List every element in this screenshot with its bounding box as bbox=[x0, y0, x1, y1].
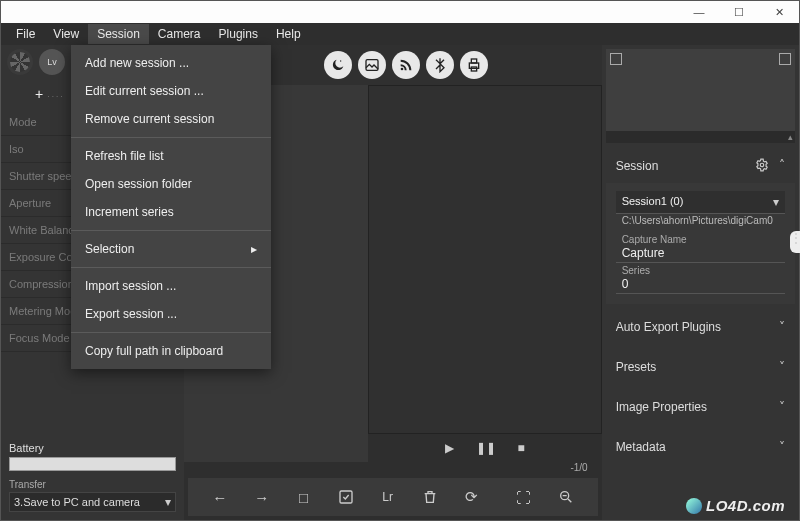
titlebar: — ☐ ✕ bbox=[1, 1, 799, 23]
stop-button[interactable]: ■ bbox=[518, 441, 525, 455]
print-icon[interactable] bbox=[460, 51, 488, 79]
play-button[interactable]: ▶ bbox=[445, 441, 454, 455]
nav-forward-button[interactable]: → bbox=[246, 483, 278, 511]
menu-camera[interactable]: Camera bbox=[149, 24, 210, 44]
preview-canvas[interactable] bbox=[368, 85, 602, 434]
menu-item-label: Refresh file list bbox=[85, 149, 164, 163]
menu-separator bbox=[71, 137, 271, 138]
menu-item-selection[interactable]: Selection▸ bbox=[71, 235, 271, 263]
transfer-select[interactable]: 3.Save to PC and camera ▾ bbox=[9, 492, 176, 512]
menu-item-label: Open session folder bbox=[85, 177, 192, 191]
window-maximize[interactable]: ☐ bbox=[719, 1, 759, 23]
svg-point-8 bbox=[760, 163, 764, 167]
panel-metadata[interactable]: Metadata˅ bbox=[606, 430, 795, 464]
panel-title: Image Properties bbox=[616, 400, 707, 414]
transfer-label: Transfer bbox=[9, 479, 176, 490]
scroll-up-icon[interactable]: ▴ bbox=[788, 132, 793, 142]
aperture-icon[interactable] bbox=[7, 49, 33, 75]
menubar: FileViewSessionCameraPluginsHelp bbox=[1, 23, 799, 45]
menu-item-open-session-folder[interactable]: Open session folder bbox=[71, 170, 271, 198]
menu-item-copy-full-path-in-clipboard[interactable]: Copy full path in clipboard bbox=[71, 337, 271, 365]
side-drawer-handle[interactable]: ⋮ bbox=[790, 231, 800, 253]
menu-item-increment-series[interactable]: Increment series bbox=[71, 198, 271, 226]
battery-bar bbox=[9, 457, 176, 471]
menu-item-label: Export session ... bbox=[85, 307, 177, 321]
zoom-out-button[interactable] bbox=[550, 483, 582, 511]
rss-icon[interactable] bbox=[392, 51, 420, 79]
menu-separator bbox=[71, 267, 271, 268]
menu-session[interactable]: Session bbox=[88, 24, 149, 44]
panel-title: Metadata bbox=[616, 440, 666, 454]
menu-item-remove-current-session[interactable]: Remove current session bbox=[71, 105, 271, 133]
menu-separator bbox=[71, 230, 271, 231]
panel-title: Auto Export Plugins bbox=[616, 320, 721, 334]
add-row-button[interactable]: + bbox=[35, 86, 43, 102]
svg-point-2 bbox=[400, 68, 403, 71]
playback-bar: ▶ ❚❚ ■ bbox=[368, 434, 602, 462]
thumbnail-strip[interactable] bbox=[606, 49, 795, 131]
session-select[interactable]: Session1 (0) ▾ bbox=[616, 191, 785, 214]
menu-item-label: Copy full path in clipboard bbox=[85, 344, 223, 358]
menu-file[interactable]: File bbox=[7, 24, 44, 44]
panel-presets[interactable]: Presets˅ bbox=[606, 350, 795, 384]
menu-help[interactable]: Help bbox=[267, 24, 310, 44]
svg-rect-4 bbox=[471, 59, 476, 63]
fullscreen-button[interactable]: ⛶ bbox=[508, 483, 540, 511]
thumb-checkbox-left[interactable] bbox=[610, 53, 622, 65]
gear-icon[interactable] bbox=[755, 158, 769, 175]
crop-button[interactable]: □ bbox=[288, 483, 320, 511]
series-label: Series bbox=[616, 265, 785, 276]
right-panel: ▴ Session ˄ Session1 (0) ▾ bbox=[602, 45, 799, 520]
thumb-scrollbar[interactable]: ▴ bbox=[606, 131, 795, 143]
session-name: Session1 (0) bbox=[622, 195, 684, 209]
chevron-down-icon: ˅ bbox=[779, 360, 785, 374]
session-panel-title: Session bbox=[616, 159, 659, 173]
panel-image-properties[interactable]: Image Properties˅ bbox=[606, 390, 795, 424]
chevron-down-icon: ▾ bbox=[773, 195, 779, 209]
nav-back-button[interactable]: ← bbox=[204, 483, 236, 511]
session-path: C:\Users\ahorn\Pictures\digiCam0 bbox=[616, 214, 785, 232]
window-minimize[interactable]: — bbox=[679, 1, 719, 23]
bluetooth-icon[interactable] bbox=[426, 51, 454, 79]
refresh-button[interactable]: ⟳ bbox=[456, 483, 488, 511]
menu-separator bbox=[71, 332, 271, 333]
session-panel-header[interactable]: Session ˄ bbox=[606, 149, 795, 183]
transfer-value: 3.Save to PC and camera bbox=[14, 496, 140, 508]
chevron-down-icon: ▾ bbox=[165, 495, 171, 509]
image-icon[interactable] bbox=[358, 51, 386, 79]
window-close[interactable]: ✕ bbox=[759, 1, 799, 23]
menu-item-import-session[interactable]: Import session ... bbox=[71, 272, 271, 300]
session-menu-dropdown: Add new session ...Edit current session … bbox=[71, 45, 271, 369]
menu-item-label: Increment series bbox=[85, 205, 174, 219]
globe-icon bbox=[686, 498, 702, 514]
drag-handle-icon[interactable]: . . . . bbox=[47, 90, 63, 99]
menu-item-label: Remove current session bbox=[85, 112, 214, 126]
svg-rect-6 bbox=[340, 491, 352, 503]
menu-item-refresh-file-list[interactable]: Refresh file list bbox=[71, 142, 271, 170]
battery-label: Battery bbox=[9, 442, 176, 454]
pause-button[interactable]: ❚❚ bbox=[476, 441, 496, 455]
lightroom-button[interactable]: Lr bbox=[372, 483, 404, 511]
svg-point-0 bbox=[340, 60, 341, 61]
delete-button[interactable] bbox=[414, 483, 446, 511]
capture-name-label: Capture Name bbox=[616, 234, 785, 245]
menu-item-edit-current-session[interactable]: Edit current session ... bbox=[71, 77, 271, 105]
chevron-right-icon: ▸ bbox=[251, 242, 257, 256]
bottom-toolbar: ← → □ Lr ⟳ ⛶ bbox=[188, 478, 598, 516]
panel-title: Presets bbox=[616, 360, 657, 374]
chevron-down-icon: ˅ bbox=[779, 400, 785, 414]
menu-item-label: Import session ... bbox=[85, 279, 176, 293]
menu-view[interactable]: View bbox=[44, 24, 88, 44]
approve-button[interactable] bbox=[330, 483, 362, 511]
thumb-checkbox-right[interactable] bbox=[779, 53, 791, 65]
menu-plugins[interactable]: Plugins bbox=[210, 24, 267, 44]
menu-item-add-new-session[interactable]: Add new session ... bbox=[71, 49, 271, 77]
capture-name-input[interactable] bbox=[616, 245, 785, 263]
image-count: -1/0 bbox=[184, 462, 602, 478]
moon-icon[interactable] bbox=[324, 51, 352, 79]
panel-auto-export-plugins[interactable]: Auto Export Plugins˅ bbox=[606, 310, 795, 344]
menu-item-export-session[interactable]: Export session ... bbox=[71, 300, 271, 328]
chevron-up-icon[interactable]: ˄ bbox=[779, 158, 785, 175]
liveview-button[interactable]: Lv bbox=[39, 49, 65, 75]
series-input[interactable] bbox=[616, 276, 785, 294]
